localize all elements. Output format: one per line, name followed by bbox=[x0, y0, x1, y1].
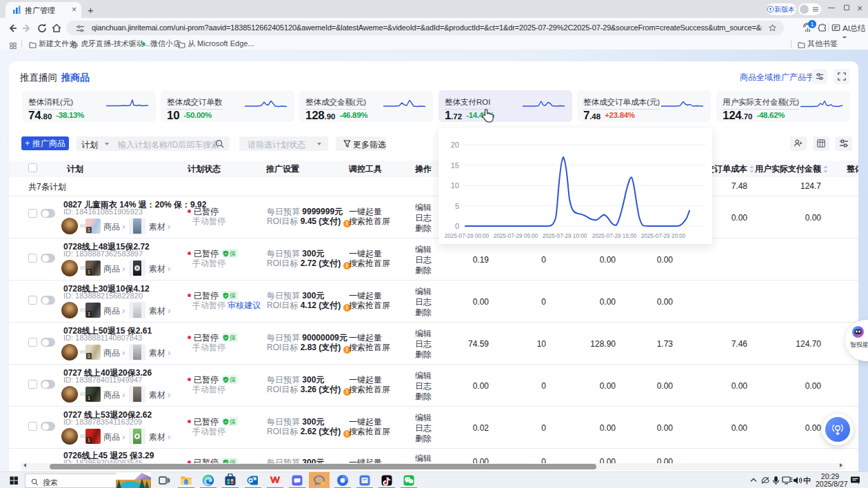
svg-text:2025-07-29 05:00: 2025-07-29 05:00 bbox=[494, 233, 538, 239]
svg-text:2025-07-29 20:00: 2025-07-29 20:00 bbox=[641, 233, 686, 239]
svg-text:15: 15 bbox=[451, 161, 459, 170]
svg-text:5: 5 bbox=[455, 202, 459, 210]
svg-text:20: 20 bbox=[451, 141, 459, 149]
svg-text:2025-07-29 10:00: 2025-07-29 10:00 bbox=[543, 233, 587, 239]
svg-text:0: 0 bbox=[455, 222, 459, 230]
svg-text:2025-07-29 15:00: 2025-07-29 15:00 bbox=[592, 233, 637, 239]
svg-text:10: 10 bbox=[451, 181, 459, 190]
svg-text:2025-07-29 00:00: 2025-07-29 00:00 bbox=[445, 233, 489, 239]
